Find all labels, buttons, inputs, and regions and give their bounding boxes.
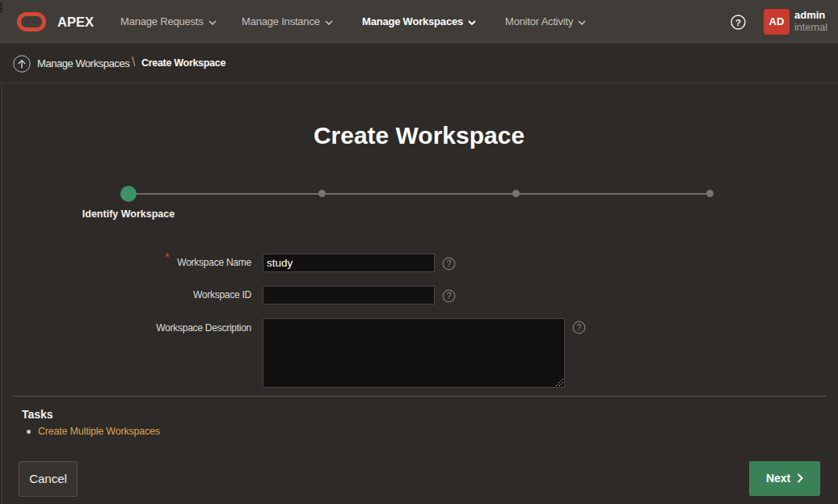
svg-text:?: ? [735,18,741,27]
svg-text:?: ? [446,291,451,300]
svg-text:?: ? [576,322,581,332]
svg-text:?: ? [446,258,451,268]
